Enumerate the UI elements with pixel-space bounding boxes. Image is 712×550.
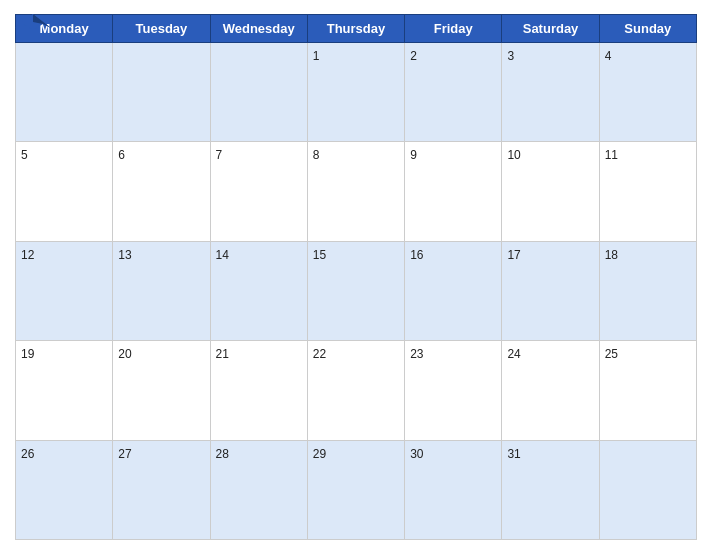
calendar-cell: [113, 43, 210, 142]
day-number: 12: [21, 248, 34, 262]
day-number: 5: [21, 148, 28, 162]
day-number: 2: [410, 49, 417, 63]
calendar-cell: 13: [113, 241, 210, 340]
days-of-week-row: MondayTuesdayWednesdayThursdayFridaySatu…: [16, 15, 697, 43]
calendar-cell: 17: [502, 241, 599, 340]
day-number: 21: [216, 347, 229, 361]
day-number: 14: [216, 248, 229, 262]
day-number: 17: [507, 248, 520, 262]
calendar-cell: 19: [16, 341, 113, 440]
calendar-cell: 15: [307, 241, 404, 340]
day-number: 10: [507, 148, 520, 162]
day-number: 7: [216, 148, 223, 162]
day-number: 29: [313, 447, 326, 461]
week-row-2: 567891011: [16, 142, 697, 241]
calendar-cell: [16, 43, 113, 142]
calendar-cell: 29: [307, 440, 404, 539]
calendar-cell: 20: [113, 341, 210, 440]
day-number: 11: [605, 148, 618, 162]
calendar-cell: 8: [307, 142, 404, 241]
calendar-cell: 18: [599, 241, 696, 340]
logo: [15, 10, 51, 32]
calendar-cell: 31: [502, 440, 599, 539]
day-number: 16: [410, 248, 423, 262]
calendar-cell: 28: [210, 440, 307, 539]
day-header-thursday: Thursday: [307, 15, 404, 43]
calendar-cell: 24: [502, 341, 599, 440]
calendar-cell: 27: [113, 440, 210, 539]
calendar-cell: 10: [502, 142, 599, 241]
calendar-cell: 14: [210, 241, 307, 340]
day-number: 6: [118, 148, 125, 162]
day-number: 25: [605, 347, 618, 361]
calendar-body: 1234567891011121314151617181920212223242…: [16, 43, 697, 540]
calendar-cell: 23: [405, 341, 502, 440]
calendar-cell: 11: [599, 142, 696, 241]
day-header-saturday: Saturday: [502, 15, 599, 43]
calendar-cell: [210, 43, 307, 142]
week-row-1: 1234: [16, 43, 697, 142]
calendar-cell: 2: [405, 43, 502, 142]
calendar-table: MondayTuesdayWednesdayThursdayFridaySatu…: [15, 14, 697, 540]
day-number: 3: [507, 49, 514, 63]
calendar-cell: 25: [599, 341, 696, 440]
calendar-cell: 3: [502, 43, 599, 142]
day-number: 20: [118, 347, 131, 361]
day-number: 15: [313, 248, 326, 262]
day-number: 4: [605, 49, 612, 63]
day-number: 28: [216, 447, 229, 461]
day-number: 24: [507, 347, 520, 361]
day-number: 22: [313, 347, 326, 361]
calendar-cell: 5: [16, 142, 113, 241]
week-row-4: 19202122232425: [16, 341, 697, 440]
calendar-cell: 16: [405, 241, 502, 340]
calendar-cell: 9: [405, 142, 502, 241]
day-header-sunday: Sunday: [599, 15, 696, 43]
week-row-5: 262728293031: [16, 440, 697, 539]
day-number: 13: [118, 248, 131, 262]
calendar-cell: 30: [405, 440, 502, 539]
calendar-cell: 4: [599, 43, 696, 142]
day-number: 27: [118, 447, 131, 461]
calendar-cell: 26: [16, 440, 113, 539]
calendar-cell: 21: [210, 341, 307, 440]
calendar-cell: 7: [210, 142, 307, 241]
calendar-cell: 1: [307, 43, 404, 142]
calendar-header: MondayTuesdayWednesdayThursdayFridaySatu…: [16, 15, 697, 43]
calendar-cell: 12: [16, 241, 113, 340]
day-number: 1: [313, 49, 320, 63]
week-row-3: 12131415161718: [16, 241, 697, 340]
calendar-cell: 22: [307, 341, 404, 440]
day-number: 9: [410, 148, 417, 162]
calendar-cell: 6: [113, 142, 210, 241]
calendar-cell: [599, 440, 696, 539]
day-number: 18: [605, 248, 618, 262]
logo-bird-icon: [15, 10, 51, 32]
day-header-wednesday: Wednesday: [210, 15, 307, 43]
day-header-tuesday: Tuesday: [113, 15, 210, 43]
day-number: 30: [410, 447, 423, 461]
day-number: 19: [21, 347, 34, 361]
day-number: 26: [21, 447, 34, 461]
day-header-friday: Friday: [405, 15, 502, 43]
day-number: 23: [410, 347, 423, 361]
day-number: 31: [507, 447, 520, 461]
day-number: 8: [313, 148, 320, 162]
